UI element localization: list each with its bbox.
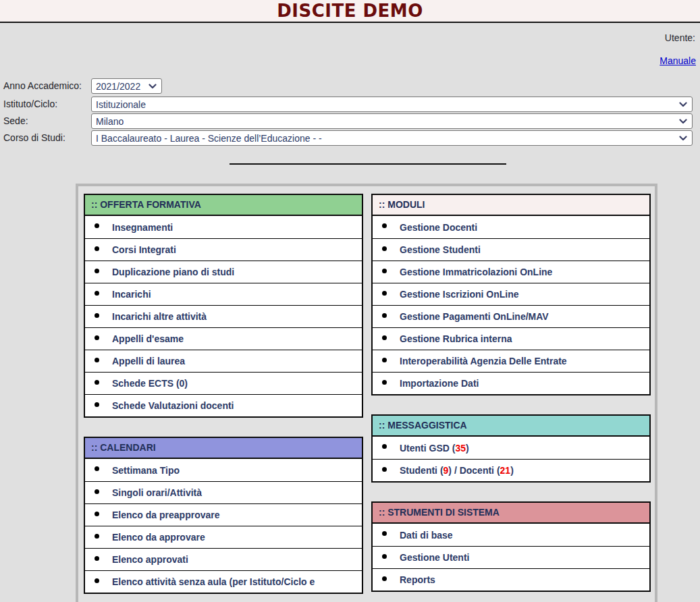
- bullet-icon: [95, 269, 99, 273]
- bullet-icon: [95, 313, 99, 318]
- item-text: Gestione Docenti: [400, 222, 477, 233]
- menu-item[interactable]: Schede Valutazioni docenti: [85, 394, 362, 416]
- chevron-down-icon: [149, 84, 157, 89]
- menu-item[interactable]: Elenco approvati: [85, 548, 362, 570]
- menu-item[interactable]: Gestione Studenti: [373, 238, 649, 261]
- menu-item[interactable]: Gestione Docenti: [373, 216, 649, 238]
- bullet-icon: [382, 246, 387, 251]
- item-text: Gestione Studenti: [400, 244, 481, 255]
- menu-item-label: Gestione Utenti: [400, 552, 469, 563]
- bullet-icon: [95, 291, 99, 296]
- menu-item-label: Incarichi: [112, 289, 151, 300]
- menu-item[interactable]: Reports: [373, 568, 649, 591]
- bullet-icon: [95, 380, 99, 385]
- menu-item-label: Appelli d'esame: [112, 333, 184, 344]
- corso-di-studi-value: I Baccalaureato - Laurea - Scienze dell’…: [96, 133, 322, 144]
- menu-item-label: Elenco da approvare: [112, 532, 205, 543]
- item-text: Gestione Rubrica interna: [400, 333, 512, 344]
- menu-item[interactable]: Appelli di laurea: [85, 350, 362, 372]
- menu-item-label: Elenco approvati: [112, 554, 188, 565]
- item-text: ): [510, 465, 514, 476]
- count-badge: 35: [455, 443, 466, 454]
- menu-item[interactable]: Elenco da preapprovare: [85, 503, 362, 526]
- menu-item-label: Settimana Tipo: [112, 465, 180, 476]
- bullet-icon: [382, 313, 387, 318]
- item-text: Dati di base: [400, 530, 453, 541]
- item-text: Schede ECTS (0): [112, 378, 188, 389]
- istituto-ciclo-label: Istituto/Ciclo:: [3, 97, 57, 112]
- menu-header-offerta-formativa: :: OFFERTA FORMATIVA: [85, 195, 362, 216]
- anno-accademico-value: 2021/2022: [96, 81, 140, 92]
- menu-box-messaggistica: :: MESSAGGISTICAUtenti GSD (35)Studenti …: [371, 414, 651, 483]
- item-text: Reports: [400, 574, 435, 585]
- menu-item-label: Elenco attività senza aula (per Istituto…: [112, 576, 315, 587]
- menu-item[interactable]: Interoperabilità Agenzia Delle Entrate: [373, 350, 649, 372]
- anno-accademico-select[interactable]: 2021/2022: [91, 78, 162, 94]
- bullet-icon: [95, 358, 99, 362]
- menu-item-label: Utenti GSD (35): [400, 443, 469, 454]
- menu-item[interactable]: Studenti (9) / Docenti (21): [373, 459, 649, 481]
- item-text: Elenco approvati: [112, 554, 188, 565]
- menu-item[interactable]: Incarichi: [85, 283, 362, 305]
- bullet-icon: [382, 223, 387, 228]
- bullet-icon: [95, 556, 99, 561]
- chevron-down-icon: [679, 102, 687, 107]
- bullet-icon: [95, 335, 99, 340]
- menu-item[interactable]: Appelli d'esame: [85, 327, 362, 350]
- bullet-icon: [382, 531, 387, 536]
- menu-item[interactable]: Insegnamenti: [85, 216, 362, 238]
- bullet-icon: [382, 291, 387, 296]
- bullet-icon: [382, 554, 387, 559]
- menu-column-left: :: OFFERTA FORMATIVAInsegnamentiCorsi In…: [84, 194, 363, 602]
- menu-item[interactable]: Gestione Utenti: [373, 546, 649, 568]
- chevron-down-icon: [679, 136, 687, 141]
- menu-item[interactable]: Importazione Dati: [373, 372, 649, 394]
- menu-item-label: Gestione Pagamenti OnLine/MAV: [400, 311, 549, 322]
- menu-item-label: Schede ECTS (0): [112, 378, 188, 389]
- menu-header-messaggistica: :: MESSAGGISTICA: [373, 416, 649, 437]
- item-text: Insegnamenti: [112, 222, 173, 233]
- menu-item[interactable]: Incarichi altre attività: [85, 305, 362, 327]
- menu-item[interactable]: Singoli orari/Attività: [85, 481, 362, 503]
- menu-item-label: Appelli di laurea: [112, 356, 185, 366]
- menu-item-label: Reports: [400, 574, 435, 585]
- bullet-icon: [95, 578, 99, 583]
- bullet-icon: [382, 269, 387, 273]
- menu-item[interactable]: Utenti GSD (35): [373, 437, 649, 459]
- item-text: Duplicazione piano di studi: [112, 267, 234, 277]
- corso-di-studi-select[interactable]: I Baccalaureato - Laurea - Scienze dell’…: [91, 130, 693, 146]
- menu-item-label: Importazione Dati: [400, 378, 479, 389]
- menu-item[interactable]: Duplicazione piano di studi: [85, 261, 362, 283]
- manual-link[interactable]: Manuale: [659, 55, 700, 66]
- menu-item[interactable]: Settimana Tipo: [85, 459, 362, 481]
- menu-box-calendari: :: CALENDARISettimana TipoSingoli orari/…: [84, 437, 363, 594]
- item-text: Elenco da preapprovare: [112, 510, 220, 520]
- menu-item-label: Corsi Integrati: [112, 244, 176, 255]
- menu-item[interactable]: Gestione Rubrica interna: [373, 327, 649, 350]
- menu-item[interactable]: Elenco attività senza aula (per Istituto…: [85, 570, 362, 593]
- menu-item-label: Studenti (9) / Docenti (21): [400, 465, 514, 476]
- menu-box-offerta-formativa: :: OFFERTA FORMATIVAInsegnamentiCorsi In…: [84, 194, 363, 418]
- bullet-icon: [95, 534, 99, 539]
- istituto-ciclo-select[interactable]: Istituzionale: [91, 97, 693, 112]
- item-text: Elenco attività senza aula (per Istituto…: [112, 576, 315, 587]
- menu-container: :: OFFERTA FORMATIVAInsegnamentiCorsi In…: [76, 184, 657, 602]
- bullet-icon: [95, 246, 99, 251]
- menu-item-label: Gestione Studenti: [400, 244, 481, 255]
- menu-box-strumenti-di-sistema: :: STRUMENTI DI SISTEMADati di baseGesti…: [371, 501, 651, 592]
- menu-item[interactable]: Gestione Pagamenti OnLine/MAV: [373, 305, 649, 327]
- menu-item[interactable]: Corsi Integrati: [85, 238, 362, 261]
- menu-item[interactable]: Gestione Immatricolazioni OnLine: [373, 261, 649, 283]
- sede-label: Sede:: [3, 113, 28, 129]
- user-label: Utente:: [665, 32, 695, 43]
- menu-item[interactable]: Dati di base: [373, 524, 649, 546]
- page-title: DISCITE DEMO: [277, 0, 423, 22]
- menu-item[interactable]: Gestione Iscrizioni OnLine: [373, 283, 649, 305]
- item-text: Incarichi altre attività: [112, 311, 207, 322]
- menu-item[interactable]: Schede ECTS (0): [85, 372, 362, 394]
- istituto-ciclo-value: Istituzionale: [96, 99, 146, 110]
- menu-item-label: Singoli orari/Attività: [112, 487, 202, 498]
- menu-item[interactable]: Elenco da approvare: [85, 526, 362, 548]
- menu-item-label: Gestione Immatricolazioni OnLine: [400, 267, 552, 277]
- sede-select[interactable]: Milano: [91, 113, 693, 129]
